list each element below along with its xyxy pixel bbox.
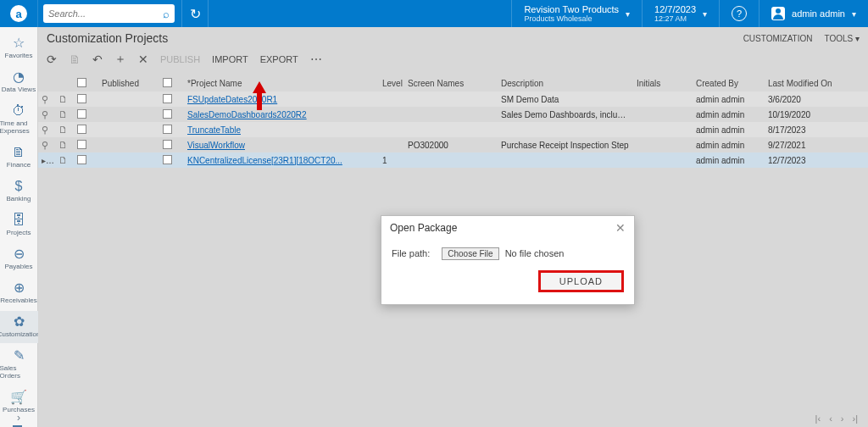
tools-menu[interactable]: TOOLS ▾	[825, 34, 860, 43]
nav-data-views[interactable]: ◔Data Views	[0, 66, 38, 98]
save-icon[interactable]: 🗎	[69, 53, 81, 66]
row-checkbox[interactable]	[77, 140, 86, 149]
project-link[interactable]: KNCentralizedLicense[23R1][18OCT20...	[187, 156, 342, 165]
col-project[interactable]: *Project Name	[184, 79, 379, 88]
nav-icon: $	[15, 180, 23, 193]
nav-favorites[interactable]: ☆Favorites	[0, 32, 38, 64]
project-link[interactable]: FSUpdateDates2020R1	[187, 95, 277, 104]
app-logo[interactable]: a	[0, 0, 38, 27]
nav-customization[interactable]: ✿Customization	[0, 311, 38, 343]
chevron-down-icon: ▾	[626, 9, 630, 19]
attachment-icon[interactable]: ⚲	[42, 94, 48, 104]
col-description[interactable]: Description	[498, 79, 633, 88]
attachment-icon[interactable]: ⚲	[42, 140, 48, 150]
chevron-down-icon: ▾	[703, 9, 707, 19]
upload-button[interactable]: UPLOAD	[538, 270, 624, 292]
refresh-button[interactable]: ↻	[181, 0, 209, 27]
pager-prev[interactable]: ‹	[829, 413, 832, 424]
nav-time-and-expenses[interactable]: ⏱Time and Expenses	[0, 100, 38, 140]
row-pointer-icon: ▸	[42, 156, 54, 165]
delete-row-icon[interactable]: ✕	[138, 53, 148, 66]
published-checkbox[interactable]	[163, 155, 172, 164]
tenant-sub: Products Wholesale	[524, 14, 619, 23]
published-checkbox[interactable]	[163, 125, 172, 134]
nav-icon: 🛒	[10, 391, 27, 404]
customization-link[interactable]: CUSTOMIZATION	[743, 34, 813, 43]
file-path-label: File path:	[392, 248, 430, 258]
revert-icon[interactable]: ↶	[92, 53, 103, 66]
business-date: 12/7/2023	[654, 4, 696, 14]
search-wrap: ⌕	[43, 4, 175, 23]
user-menu[interactable]: admin admin ▾	[759, 0, 868, 27]
table-row[interactable]: ⚲🗋SalesDemoDashboards2020R2Sales Demo Da…	[38, 107, 868, 122]
no-file-text: No file chosen	[505, 248, 565, 258]
col-modified[interactable]: Last Modified On	[765, 79, 841, 88]
project-link[interactable]: VisualWorkflow	[187, 141, 245, 150]
add-row-icon[interactable]: ＋	[114, 52, 126, 67]
project-link[interactable]: TruncateTable	[187, 125, 241, 135]
row-checkbox[interactable]	[77, 109, 86, 119]
table-row[interactable]: ⚲🗋FSUpdateDates2020R1SM Demo Dataadmin a…	[38, 92, 868, 107]
pager-next[interactable]: ›	[841, 413, 844, 424]
note-icon[interactable]: 🗋	[58, 94, 68, 104]
nav-icon: ⊖	[14, 247, 25, 261]
page-title: Customization Projects	[47, 31, 168, 45]
table-row[interactable]: ⚲🗋VisualWorkflowPO302000Purchase Receipt…	[38, 137, 868, 152]
publish-button[interactable]: PUBLISH	[160, 54, 200, 64]
tenant-selector[interactable]: Revision Two Products Products Wholesale…	[511, 0, 642, 27]
export-button[interactable]: EXPORT	[260, 54, 298, 64]
note-icon[interactable]: 🗋	[58, 109, 68, 119]
business-time: 12:27 AM	[654, 14, 696, 23]
published-checkbox[interactable]	[163, 94, 172, 103]
dialog-title: Open Package	[390, 222, 457, 234]
published-checkbox[interactable]	[163, 140, 172, 149]
row-checkbox[interactable]	[77, 125, 86, 134]
pager-last[interactable]: ›|	[852, 413, 858, 424]
choose-file-button[interactable]: Choose File	[442, 247, 498, 260]
refresh-grid-icon[interactable]: ⟳	[47, 53, 57, 66]
close-icon[interactable]: ✕	[615, 221, 626, 235]
project-link[interactable]: SalesDemoDashboards2020R2	[187, 110, 307, 119]
nav-icon: ⊕	[14, 281, 25, 295]
nav-icon: ✎	[14, 349, 25, 363]
col-published[interactable]: Published	[91, 79, 150, 88]
nav-icon: 🗄	[12, 214, 25, 227]
nav-icon: ☆	[13, 36, 25, 50]
nav-payables[interactable]: ⊖Payables	[0, 243, 38, 275]
attachment-icon[interactable]: ⚲	[42, 109, 48, 119]
select-all-checkbox[interactable]	[77, 78, 86, 87]
note-icon[interactable]: 🗋	[58, 140, 68, 150]
header-checkbox[interactable]	[163, 78, 172, 87]
nav-sales-orders[interactable]: ✎Sales Orders	[0, 345, 38, 385]
pager-first[interactable]: |‹	[815, 413, 821, 424]
table-row[interactable]: ▸⚲🗋KNCentralizedLicense[23R1][18OCT20...…	[38, 152, 868, 168]
search-input[interactable]	[48, 8, 150, 19]
date-selector[interactable]: 12/7/2023 12:27 AM ▾	[642, 0, 719, 27]
row-checkbox[interactable]	[77, 94, 86, 103]
tenant-title: Revision Two Products	[524, 4, 619, 14]
col-initials[interactable]: Initials	[633, 79, 693, 88]
nav-receivables[interactable]: ⊕Receivables	[0, 277, 38, 309]
open-package-dialog: Open Package ✕ File path: Choose File No…	[381, 215, 635, 305]
help-button[interactable]: ?	[719, 0, 759, 27]
search-icon[interactable]: ⌕	[163, 8, 170, 20]
table-row[interactable]: ⚲🗋TruncateTableadmin admin8/17/2023	[38, 122, 868, 137]
col-level[interactable]: Level	[379, 79, 404, 88]
nav-banking[interactable]: $Banking	[0, 175, 38, 208]
published-checkbox[interactable]	[163, 109, 172, 119]
nav-icon: ◔	[13, 70, 25, 84]
nav-projects[interactable]: 🗄Projects	[0, 209, 38, 241]
row-checkbox[interactable]	[77, 155, 86, 164]
col-created-by[interactable]: Created By	[693, 79, 765, 88]
nav-finance[interactable]: 🗎Finance	[0, 141, 38, 174]
note-icon[interactable]: 🗋	[58, 125, 68, 135]
note-icon[interactable]: 🗋	[58, 155, 68, 165]
more-actions-icon[interactable]: ⋯	[310, 53, 324, 66]
import-button[interactable]: IMPORT	[212, 54, 248, 64]
nav-icon: 🗎	[12, 146, 25, 159]
nav-icon: ⏱	[12, 104, 25, 118]
grid-header: Published *Project Name Level Screen Nam…	[38, 75, 868, 92]
col-screens[interactable]: Screen Names	[404, 79, 498, 88]
attachment-icon[interactable]: ⚲	[42, 125, 48, 135]
nav-expand-icon[interactable]: ›	[0, 412, 38, 424]
